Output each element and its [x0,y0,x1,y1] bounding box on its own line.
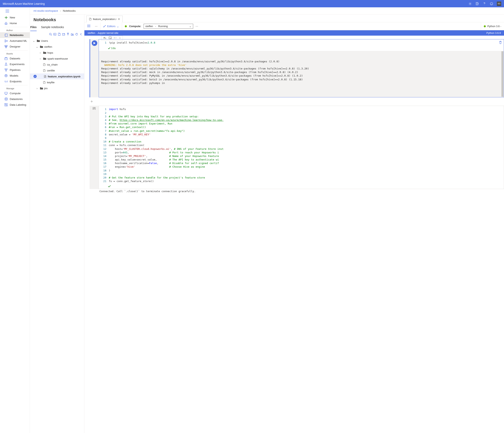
tree-file-keyfile[interactable]: keyfile [30,79,84,85]
scrollbar[interactable] [501,51,504,97]
labeling-icon [4,103,8,106]
folder-icon [37,39,40,42]
run-cell-button[interactable] [92,40,97,46]
drag-handle-icon[interactable]: ⋮⋮ [87,39,90,97]
svg-point-5 [5,41,6,42]
tree-folder-users[interactable]: ⌄Users [30,38,84,44]
editors-dropdown[interactable]: Editors⌄ [103,25,119,28]
breadcrumb-workspace[interactable]: ml-studio-workspace [34,9,58,12]
cell-output: Requirement already satisfied: hsfs[hive… [99,51,504,97]
tree-folder-steffen[interactable]: ⌄steffen [30,44,84,50]
nav-section-manage: Manage [0,86,30,90]
files-pane: Notebooks Files Sample notebooks [30,14,84,433]
file-icon [43,81,46,84]
upload-folder-icon[interactable] [70,32,74,36]
breadcrumb-current: Notebooks [63,9,76,12]
user-avatar[interactable]: SG [497,2,501,6]
nav-datasets[interactable]: Datasets [0,56,30,61]
file-icon [43,63,46,66]
more-icon[interactable]: ⋯ [196,25,198,28]
tree-file-ca-chain[interactable]: ca_chain [30,61,84,68]
cell-output: Connected. Call `.close()` to terminate … [84,189,504,195]
smiley-icon[interactable] [490,2,493,6]
refresh-icon[interactable] [75,32,79,36]
menu-icon[interactable] [87,25,90,28]
svg-rect-15 [5,92,7,94]
tree-folder-spark[interactable]: ›spark-warehouse [30,56,84,61]
datastores-icon [4,97,8,101]
notebook-cell[interactable]: [2] 123456789101112131415161718192021 im… [87,106,504,189]
editor-toolbar: ⋯ Editors⌄ Compute: steffen - Running ⌄ … [84,22,504,30]
add-cell-button[interactable]: + [89,99,95,104]
breadcrumb: ml-studio-workspace › Notebooks [30,7,504,14]
tab-sample-notebooks[interactable]: Sample notebooks [41,24,64,31]
terminal-icon[interactable] [53,32,57,36]
nav-datastores[interactable]: Datastores [0,96,30,102]
folder-icon [40,87,43,90]
svg-rect-3 [5,34,7,37]
notebook-body: M↓ ⋯ ⋮⋮ 1 !pip [84,36,504,433]
svg-point-2 [490,2,493,5]
folder-icon [40,45,43,48]
new-folder-icon[interactable] [62,32,66,36]
help-icon[interactable] [483,2,486,6]
collapse-icon[interactable] [79,32,83,36]
nav-toggle-icon[interactable] [0,8,30,15]
tab-files[interactable]: Files [30,24,37,31]
svg-rect-9 [6,47,7,48]
file-icon [43,69,46,72]
datasets-icon [4,57,8,60]
compute-instance-dropdown[interactable]: steffen - Running ⌄ [144,24,193,29]
more-icon[interactable]: ⋯ [95,25,98,28]
editor-tab[interactable]: feature_exploration.i ✕ [86,16,123,22]
svg-point-6 [7,41,8,41]
nav-pipelines[interactable]: Pipelines [0,67,30,73]
nav-experiments[interactable]: Experiments [0,61,30,67]
status-dot-icon [484,25,486,27]
new-file-icon[interactable] [57,32,61,36]
svg-point-0 [470,3,470,4]
tree-folder-hops[interactable]: ›hops [30,50,84,56]
topbar-actions: SG [468,2,501,6]
nav-new[interactable]: New [0,15,30,20]
cell-gutter [90,39,99,97]
status-dot-icon [125,25,127,27]
chevron-right-icon: › [39,51,42,54]
success-check-icon [99,185,504,189]
nav-models[interactable]: Models [0,73,30,78]
tree-file-feature-exploration[interactable]: ✓feature_exploration.ipynb [30,73,84,79]
tree-folder-jim[interactable]: ›jim [30,85,84,91]
nav-notebooks[interactable]: Notebooks [0,32,30,38]
nav-home[interactable]: Home [0,20,30,26]
feedback-icon[interactable] [476,2,479,6]
svg-rect-7 [5,45,6,46]
svg-point-12 [5,69,6,69]
nav-automl[interactable]: Automated ML [0,38,30,44]
cell-timing: 3.6s [99,46,504,51]
left-nav: New Home Author Notebooks Automated ML D… [0,7,30,433]
cell-gutter: [2] [90,106,99,189]
delete-cell-icon[interactable] [499,41,502,45]
code-editor[interactable]: 1 !pip install hsfs[hive]==2.0.8 [99,39,504,46]
svg-point-16 [5,98,7,99]
settings-gear-icon[interactable] [468,2,472,6]
tab-close-icon[interactable]: ✕ [117,17,120,21]
nav-section-author: Author [0,28,30,32]
nav-designer[interactable]: Designer [0,44,30,50]
svg-point-4 [5,40,6,41]
code-editor[interactable]: 123456789101112131415161718192021 import… [99,106,504,185]
nav-section-assets: Assets [0,51,30,56]
notebook-cell[interactable]: M↓ ⋯ ⋮⋮ 1 !pip [87,39,504,97]
nav-compute[interactable]: Compute [0,90,30,96]
svg-point-13 [7,69,7,69]
search-icon[interactable] [49,32,53,36]
nav-endpoints[interactable]: Endpoints [0,78,30,84]
svg-rect-8 [6,45,7,46]
folder-icon [43,51,46,54]
notebook-file-icon [89,17,92,21]
chevron-down-icon: ⌄ [189,25,191,28]
tree-file-certfile[interactable]: certfile [30,68,84,73]
folder-icon [43,57,46,60]
upload-icon[interactable] [66,32,70,36]
nav-data-labeling[interactable]: Data Labeling [0,102,30,108]
